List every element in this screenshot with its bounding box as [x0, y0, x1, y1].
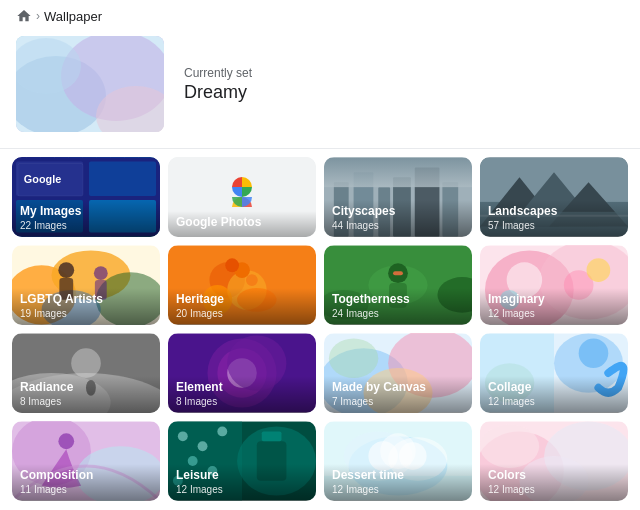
tile-my-images-title: My Images — [20, 204, 152, 220]
svg-rect-7 — [89, 161, 156, 196]
svg-rect-51 — [393, 271, 403, 275]
svg-point-87 — [217, 426, 227, 436]
tile-colors-title: Colors — [488, 468, 620, 484]
tile-lgbtq-overlay: LGBTQ Artists 19 Images — [12, 288, 160, 325]
current-wallpaper-section: Currently set Dreamy — [0, 32, 640, 144]
tile-heritage-overlay: Heritage 20 Images — [168, 288, 316, 325]
svg-point-73 — [329, 338, 378, 377]
tile-togetherness-count: 24 Images — [332, 308, 464, 319]
breadcrumb-chevron: › — [36, 9, 40, 23]
tile-leisure[interactable]: Leisure 12 Images — [168, 421, 316, 501]
tile-cityscapes-overlay: Cityscapes 44 Images — [324, 200, 472, 237]
tile-google-photos-overlay: Google Photos — [168, 211, 316, 237]
tile-togetherness-title: Togetherness — [332, 292, 464, 308]
tile-landscapes-title: Landscapes — [488, 204, 620, 220]
wallpaper-grid-section: Google My Images 22 Images — [0, 157, 640, 501]
tile-element[interactable]: Element 8 Images — [168, 333, 316, 413]
currently-set-label: Currently set — [184, 66, 252, 80]
tile-leisure-overlay: Leisure 12 Images — [168, 464, 316, 501]
tile-radiance[interactable]: Radiance 8 Images — [12, 333, 160, 413]
tile-composition-title: Composition — [20, 468, 152, 484]
tile-imaginary[interactable]: Imaginary 12 Images — [480, 245, 628, 325]
svg-point-82 — [58, 433, 74, 449]
tile-composition-count: 11 Images — [20, 484, 152, 495]
tile-dessert-time-count: 12 Images — [332, 484, 464, 495]
tile-cityscapes[interactable]: Cityscapes 44 Images — [324, 157, 472, 237]
tile-colors-overlay: Colors 12 Images — [480, 464, 628, 501]
svg-point-62 — [71, 348, 101, 378]
tile-element-title: Element — [176, 380, 308, 396]
tile-togetherness-overlay: Togetherness 24 Images — [324, 288, 472, 325]
tile-my-images-count: 22 Images — [20, 220, 152, 231]
tile-lgbtq-title: LGBTQ Artists — [20, 292, 152, 308]
svg-point-106 — [480, 424, 539, 467]
tile-cityscapes-title: Cityscapes — [332, 204, 464, 220]
tile-cityscapes-count: 44 Images — [332, 220, 464, 231]
current-wallpaper-info: Currently set Dreamy — [184, 66, 252, 103]
breadcrumb: › Wallpaper — [0, 0, 640, 32]
tile-colors-count: 12 Images — [488, 484, 620, 495]
tile-heritage[interactable]: Heritage 20 Images — [168, 245, 316, 325]
tile-element-overlay: Element 8 Images — [168, 376, 316, 413]
breadcrumb-current: Wallpaper — [44, 9, 102, 24]
tile-imaginary-count: 12 Images — [488, 308, 620, 319]
tile-lgbtq-count: 19 Images — [20, 308, 152, 319]
tile-made-by-canvas-title: Made by Canvas — [332, 380, 464, 396]
tile-heritage-title: Heritage — [176, 292, 308, 308]
svg-point-77 — [579, 338, 609, 368]
wallpaper-grid: Google My Images 22 Images — [12, 157, 628, 501]
tile-radiance-count: 8 Images — [20, 396, 152, 407]
svg-point-42 — [246, 274, 258, 286]
tile-landscapes-overlay: Landscapes 57 Images — [480, 200, 628, 237]
svg-point-85 — [178, 431, 188, 441]
tile-dessert-time[interactable]: Dessert time 12 Images — [324, 421, 472, 501]
tile-collage-count: 12 Images — [488, 396, 620, 407]
tile-collage-overlay: Collage 12 Images — [480, 376, 628, 413]
tile-imaginary-overlay: Imaginary 12 Images — [480, 288, 628, 325]
tile-made-by-canvas-overlay: Made by Canvas 7 Images — [324, 376, 472, 413]
tile-made-by-canvas-count: 7 Images — [332, 396, 464, 407]
tile-imaginary-title: Imaginary — [488, 292, 620, 308]
tile-composition-overlay: Composition 11 Images — [12, 464, 160, 501]
tile-collage[interactable]: Collage 12 Images — [480, 333, 628, 413]
section-divider — [0, 148, 640, 149]
tile-heritage-count: 20 Images — [176, 308, 308, 319]
tile-element-count: 8 Images — [176, 396, 308, 407]
svg-rect-93 — [262, 431, 282, 441]
svg-point-35 — [94, 266, 108, 280]
tile-landscapes[interactable]: Landscapes 57 Images — [480, 157, 628, 237]
tile-radiance-title: Radiance — [20, 380, 152, 396]
tile-landscapes-count: 57 Images — [488, 220, 620, 231]
tile-radiance-overlay: Radiance 8 Images — [12, 376, 160, 413]
svg-rect-20 — [324, 158, 472, 188]
tile-made-by-canvas[interactable]: Made by Canvas 7 Images — [324, 333, 472, 413]
tile-dessert-time-overlay: Dessert time 12 Images — [324, 464, 472, 501]
current-wallpaper-name: Dreamy — [184, 82, 252, 103]
current-wallpaper-thumbnail — [16, 36, 164, 132]
svg-point-33 — [58, 262, 74, 278]
svg-point-86 — [198, 441, 208, 451]
tile-togetherness[interactable]: Togetherness 24 Images — [324, 245, 472, 325]
tile-leisure-title: Leisure — [176, 468, 308, 484]
tile-colors[interactable]: Colors 12 Images — [480, 421, 628, 501]
tile-google-photos[interactable]: Google Photos — [168, 157, 316, 237]
svg-text:Google: Google — [24, 173, 61, 185]
tile-composition[interactable]: Composition 11 Images — [12, 421, 160, 501]
tile-my-images[interactable]: Google My Images 22 Images — [12, 157, 160, 237]
tile-leisure-count: 12 Images — [176, 484, 308, 495]
tile-lgbtq[interactable]: LGBTQ Artists 19 Images — [12, 245, 160, 325]
tile-my-images-overlay: My Images 22 Images — [12, 200, 160, 237]
home-icon[interactable] — [16, 8, 32, 24]
tile-collage-title: Collage — [488, 380, 620, 396]
tile-dessert-time-title: Dessert time — [332, 468, 464, 484]
tile-google-photos-title: Google Photos — [176, 215, 308, 231]
svg-point-43 — [225, 258, 239, 272]
svg-point-57 — [587, 258, 611, 282]
